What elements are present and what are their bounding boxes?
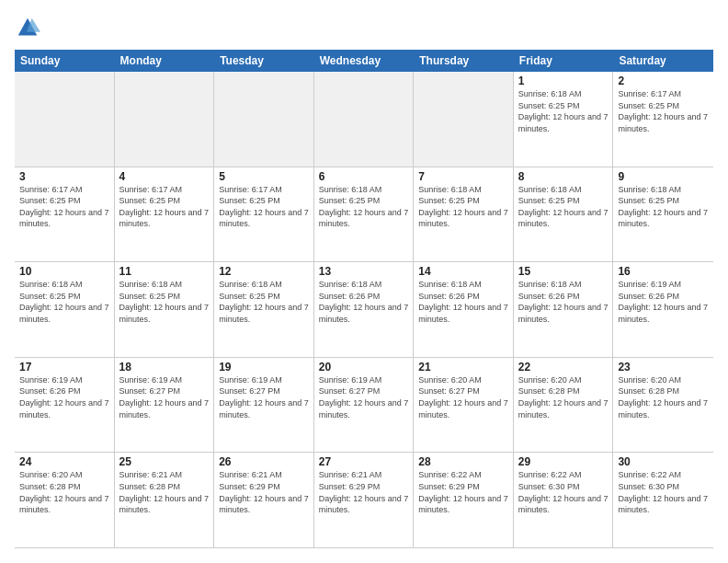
day-info: Sunrise: 6:20 AM Sunset: 6:28 PM Dayligh… <box>19 469 109 515</box>
day-number: 8 <box>518 170 609 183</box>
day-info: Sunrise: 6:18 AM Sunset: 6:26 PM Dayligh… <box>418 279 508 325</box>
day-number: 6 <box>319 170 409 183</box>
calendar-cell: 21Sunrise: 6:20 AM Sunset: 6:27 PM Dayli… <box>414 358 514 453</box>
calendar-cell: 15Sunrise: 6:18 AM Sunset: 6:26 PM Dayli… <box>514 262 614 357</box>
day-number: 2 <box>618 75 709 87</box>
day-number: 10 <box>19 265 109 278</box>
calendar-cell: 27Sunrise: 6:21 AM Sunset: 6:29 PM Dayli… <box>314 453 415 547</box>
calendar-cell: 6Sunrise: 6:18 AM Sunset: 6:25 PM Daylig… <box>314 167 415 262</box>
day-info: Sunrise: 6:20 AM Sunset: 6:28 PM Dayligh… <box>518 374 609 420</box>
calendar-cell: 24Sunrise: 6:20 AM Sunset: 6:28 PM Dayli… <box>15 453 115 547</box>
day-info: Sunrise: 6:19 AM Sunset: 6:26 PM Dayligh… <box>19 374 109 420</box>
calendar-cell: 1Sunrise: 6:18 AM Sunset: 6:25 PM Daylig… <box>514 72 614 167</box>
calendar-week-3: 10Sunrise: 6:18 AM Sunset: 6:25 PM Dayli… <box>15 262 713 358</box>
day-info: Sunrise: 6:18 AM Sunset: 6:25 PM Dayligh… <box>219 279 309 325</box>
calendar-week-5: 24Sunrise: 6:20 AM Sunset: 6:28 PM Dayli… <box>15 453 713 548</box>
day-number: 28 <box>418 455 508 468</box>
day-info: Sunrise: 6:17 AM Sunset: 6:25 PM Dayligh… <box>119 184 210 230</box>
header <box>15 15 713 40</box>
day-info: Sunrise: 6:18 AM Sunset: 6:25 PM Dayligh… <box>618 184 709 230</box>
calendar-cell: 14Sunrise: 6:18 AM Sunset: 6:26 PM Dayli… <box>414 262 514 357</box>
day-number: 27 <box>319 455 409 468</box>
calendar: SundayMondayTuesdayWednesdayThursdayFrid… <box>15 50 713 548</box>
day-number: 12 <box>219 265 309 278</box>
calendar-cell <box>214 72 314 167</box>
day-info: Sunrise: 6:19 AM Sunset: 6:26 PM Dayligh… <box>618 279 709 325</box>
day-info: Sunrise: 6:20 AM Sunset: 6:28 PM Dayligh… <box>618 374 709 420</box>
calendar-cell: 2Sunrise: 6:17 AM Sunset: 6:25 PM Daylig… <box>613 72 713 167</box>
day-info: Sunrise: 6:18 AM Sunset: 6:25 PM Dayligh… <box>119 279 210 325</box>
header-day-wednesday: Wednesday <box>314 50 415 72</box>
day-number: 7 <box>418 170 508 183</box>
day-info: Sunrise: 6:18 AM Sunset: 6:25 PM Dayligh… <box>319 184 409 230</box>
calendar-cell: 18Sunrise: 6:19 AM Sunset: 6:27 PM Dayli… <box>115 358 215 453</box>
calendar-cell: 11Sunrise: 6:18 AM Sunset: 6:25 PM Dayli… <box>115 262 215 357</box>
calendar-cell: 26Sunrise: 6:21 AM Sunset: 6:29 PM Dayli… <box>214 453 314 547</box>
day-number: 25 <box>119 455 210 468</box>
day-number: 5 <box>219 170 309 183</box>
day-number: 22 <box>518 361 609 373</box>
header-day-tuesday: Tuesday <box>214 50 314 72</box>
header-day-thursday: Thursday <box>414 50 514 72</box>
calendar-week-1: 1Sunrise: 6:18 AM Sunset: 6:25 PM Daylig… <box>15 72 713 167</box>
calendar-header: SundayMondayTuesdayWednesdayThursdayFrid… <box>15 50 713 72</box>
day-info: Sunrise: 6:18 AM Sunset: 6:25 PM Dayligh… <box>518 184 609 230</box>
calendar-cell: 25Sunrise: 6:21 AM Sunset: 6:28 PM Dayli… <box>115 453 215 547</box>
day-info: Sunrise: 6:19 AM Sunset: 6:27 PM Dayligh… <box>319 374 409 420</box>
day-info: Sunrise: 6:18 AM Sunset: 6:25 PM Dayligh… <box>19 279 109 325</box>
day-info: Sunrise: 6:17 AM Sunset: 6:25 PM Dayligh… <box>618 88 709 134</box>
page: SundayMondayTuesdayWednesdayThursdayFrid… <box>0 0 728 563</box>
calendar-cell <box>414 72 514 167</box>
day-info: Sunrise: 6:21 AM Sunset: 6:29 PM Dayligh… <box>219 469 309 515</box>
day-info: Sunrise: 6:22 AM Sunset: 6:29 PM Dayligh… <box>418 469 508 515</box>
day-number: 30 <box>618 455 709 468</box>
logo-icon <box>15 15 40 40</box>
day-number: 13 <box>319 265 409 278</box>
day-info: Sunrise: 6:19 AM Sunset: 6:27 PM Dayligh… <box>219 374 309 420</box>
calendar-cell: 28Sunrise: 6:22 AM Sunset: 6:29 PM Dayli… <box>414 453 514 547</box>
calendar-cell: 22Sunrise: 6:20 AM Sunset: 6:28 PM Dayli… <box>514 358 614 453</box>
calendar-cell <box>115 72 215 167</box>
calendar-cell: 20Sunrise: 6:19 AM Sunset: 6:27 PM Dayli… <box>314 358 415 453</box>
day-number: 20 <box>319 361 409 373</box>
calendar-cell <box>314 72 415 167</box>
day-number: 1 <box>518 75 609 87</box>
calendar-cell: 29Sunrise: 6:22 AM Sunset: 6:30 PM Dayli… <box>514 453 614 547</box>
calendar-cell <box>15 72 115 167</box>
day-number: 3 <box>19 170 109 183</box>
calendar-cell: 13Sunrise: 6:18 AM Sunset: 6:26 PM Dayli… <box>314 262 415 357</box>
day-number: 29 <box>518 455 609 468</box>
day-info: Sunrise: 6:17 AM Sunset: 6:25 PM Dayligh… <box>19 184 109 230</box>
calendar-cell: 7Sunrise: 6:18 AM Sunset: 6:25 PM Daylig… <box>414 167 514 262</box>
calendar-cell: 23Sunrise: 6:20 AM Sunset: 6:28 PM Dayli… <box>613 358 713 453</box>
day-number: 21 <box>418 361 508 373</box>
header-day-friday: Friday <box>514 50 614 72</box>
day-number: 23 <box>618 361 709 373</box>
day-number: 18 <box>119 361 210 373</box>
calendar-cell: 30Sunrise: 6:22 AM Sunset: 6:30 PM Dayli… <box>613 453 713 547</box>
day-number: 19 <box>219 361 309 373</box>
day-info: Sunrise: 6:17 AM Sunset: 6:25 PM Dayligh… <box>219 184 309 230</box>
day-info: Sunrise: 6:18 AM Sunset: 6:26 PM Dayligh… <box>319 279 409 325</box>
day-info: Sunrise: 6:21 AM Sunset: 6:28 PM Dayligh… <box>119 469 210 515</box>
header-day-monday: Monday <box>115 50 215 72</box>
calendar-cell: 4Sunrise: 6:17 AM Sunset: 6:25 PM Daylig… <box>115 167 215 262</box>
day-number: 16 <box>618 265 709 278</box>
day-info: Sunrise: 6:22 AM Sunset: 6:30 PM Dayligh… <box>618 469 709 515</box>
header-day-saturday: Saturday <box>613 50 713 72</box>
calendar-cell: 10Sunrise: 6:18 AM Sunset: 6:25 PM Dayli… <box>15 262 115 357</box>
day-number: 14 <box>418 265 508 278</box>
header-day-sunday: Sunday <box>15 50 115 72</box>
calendar-cell: 8Sunrise: 6:18 AM Sunset: 6:25 PM Daylig… <box>514 167 614 262</box>
day-number: 11 <box>119 265 210 278</box>
calendar-week-4: 17Sunrise: 6:19 AM Sunset: 6:26 PM Dayli… <box>15 358 713 454</box>
day-number: 4 <box>119 170 210 183</box>
day-info: Sunrise: 6:20 AM Sunset: 6:27 PM Dayligh… <box>418 374 508 420</box>
day-number: 26 <box>219 455 309 468</box>
day-number: 15 <box>518 265 609 278</box>
calendar-cell: 17Sunrise: 6:19 AM Sunset: 6:26 PM Dayli… <box>15 358 115 453</box>
calendar-cell: 12Sunrise: 6:18 AM Sunset: 6:25 PM Dayli… <box>214 262 314 357</box>
calendar-cell: 9Sunrise: 6:18 AM Sunset: 6:25 PM Daylig… <box>613 167 713 262</box>
day-info: Sunrise: 6:18 AM Sunset: 6:25 PM Dayligh… <box>518 88 609 134</box>
day-info: Sunrise: 6:22 AM Sunset: 6:30 PM Dayligh… <box>518 469 609 515</box>
